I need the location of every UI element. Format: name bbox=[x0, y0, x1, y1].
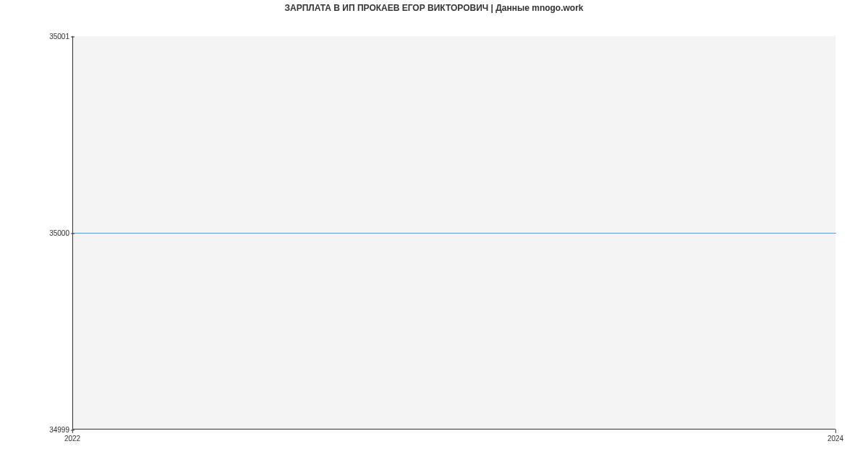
y-tick-text: 35001 bbox=[49, 33, 69, 40]
tick-mark bbox=[72, 430, 73, 433]
tick-mark bbox=[71, 36, 75, 37]
x-tick-text: 2024 bbox=[827, 435, 843, 443]
x-tick-label: 2024 bbox=[827, 435, 843, 443]
x-tick-label: 2022 bbox=[64, 435, 80, 443]
y-tick-label: 34999 bbox=[49, 426, 69, 434]
chart-container: ЗАРПЛАТА В ИП ПРОКАЕВ ЕГОР ВИКТОРОВИЧ | … bbox=[0, 0, 868, 470]
y-tick-label: 35000 bbox=[49, 229, 69, 237]
x-tick-text: 2022 bbox=[64, 435, 80, 443]
chart-title: ЗАРПЛАТА В ИП ПРОКАЕВ ЕГОР ВИКТОРОВИЧ | … bbox=[0, 3, 868, 13]
data-series-line bbox=[73, 233, 836, 234]
y-tick-text: 34999 bbox=[49, 426, 69, 434]
tick-mark bbox=[71, 233, 75, 234]
y-tick-label: 35001 bbox=[49, 33, 69, 40]
y-tick-text: 35000 bbox=[49, 229, 69, 237]
plot-area bbox=[72, 36, 835, 430]
tick-mark bbox=[835, 430, 836, 433]
